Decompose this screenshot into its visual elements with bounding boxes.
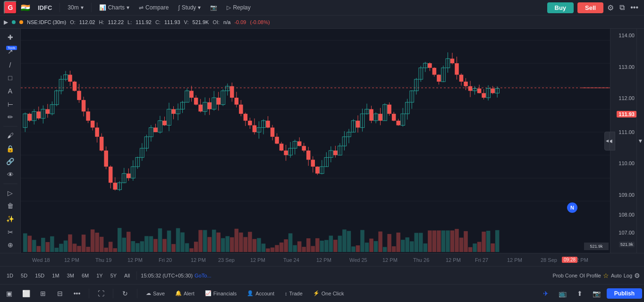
screenshot-tool[interactable]: ✂ xyxy=(3,226,18,238)
time-label-wed25: Wed 25 xyxy=(349,257,367,263)
prob-cone-button[interactable]: Prob Cone xyxy=(553,273,578,278)
timeframe-6m[interactable]: 6M xyxy=(79,272,92,279)
status-divider-3 xyxy=(137,289,137,298)
compare-button[interactable]: ⇌ Compare xyxy=(135,3,172,12)
price-level-114: 114.00 xyxy=(619,33,635,38)
status-divider-1 xyxy=(89,289,89,298)
camera-icon-button[interactable]: 📷 xyxy=(590,287,604,300)
logo-button[interactable]: G xyxy=(4,1,17,14)
link-tool[interactable]: 🔗 xyxy=(3,156,18,168)
timeframe-15d[interactable]: 15D xyxy=(32,272,47,279)
pencil-tool[interactable]: / xyxy=(3,59,18,71)
tools-section: ↗ Tools xyxy=(3,45,18,58)
alert-button[interactable]: 🔔 Alert xyxy=(171,289,198,298)
high-label: H: xyxy=(99,19,104,25)
timeframe-5d[interactable]: 5D xyxy=(18,272,30,279)
study-icon: ∫ xyxy=(178,4,179,11)
timeframe-1y[interactable]: 1Y xyxy=(93,272,105,279)
settings-gear-icon[interactable]: ⚙ xyxy=(634,272,640,279)
bar-chart-icon: 📊 xyxy=(99,4,106,11)
timeframe-label: 30m xyxy=(68,4,78,11)
one-click-button[interactable]: ⚡ One Click xyxy=(309,289,348,298)
timeframe-dropdown[interactable]: 30m ▾ xyxy=(64,3,87,12)
log-button[interactable]: Log xyxy=(624,273,632,278)
chevron-down-icon-2: ▾ xyxy=(127,4,129,11)
trade-label: Trade xyxy=(289,291,302,296)
timeframe-1d[interactable]: 1D xyxy=(4,272,16,279)
topbar: G 🇮🇳 IDFC 30m ▾ 📊 Charts ▾ ⇌ Compare ∫ S… xyxy=(0,0,644,16)
layout-grid-button[interactable]: ⊟ xyxy=(53,287,67,300)
crosshair-tool[interactable]: ⊕ xyxy=(3,239,18,251)
square-tool[interactable]: □ xyxy=(3,72,18,84)
trade-icon: ↕ xyxy=(285,291,288,296)
price-level-110: 110.00 xyxy=(619,160,635,166)
time-label-12pm-4: 12 PM xyxy=(250,257,265,263)
left-toolbar: ✚ ↗ Tools / □ A ⊢ ✏ 🖌 🔒 🔗 👁 ▷ 🗑 ✨ ✂ ⊕ xyxy=(0,29,21,253)
buy-button[interactable]: Buy xyxy=(547,2,574,13)
trash-tool[interactable]: 🗑 xyxy=(3,200,18,212)
timeframe-3m[interactable]: 3M xyxy=(64,272,77,279)
oi-profile-button[interactable]: OI Profile xyxy=(579,273,601,278)
eye-tool[interactable]: 👁 xyxy=(3,168,18,181)
instagram-button[interactable]: 📷 xyxy=(206,3,221,12)
star-icon[interactable]: ☆ xyxy=(603,272,609,279)
volume-value: 521.9K xyxy=(193,19,209,25)
brush-tool[interactable]: 🖌 xyxy=(3,129,18,142)
layout-single-button[interactable]: ▣ xyxy=(2,287,16,300)
replay-button[interactable]: ▷ Replay xyxy=(223,3,254,12)
layout-vsplit-button[interactable]: ⊞ xyxy=(36,287,50,300)
publish-button[interactable]: Publish xyxy=(607,288,642,299)
time-label-fri27: Fri 27 xyxy=(475,257,488,263)
expand-button[interactable]: ▶ xyxy=(4,19,8,25)
time-label-12pm-1: 12 PM xyxy=(64,257,79,263)
save-button[interactable]: ☁ Save xyxy=(142,289,169,298)
close-label: C: xyxy=(155,19,161,25)
timeframe-5y[interactable]: 5Y xyxy=(108,272,119,279)
more-layouts-button[interactable]: ••• xyxy=(70,287,84,300)
trade-button[interactable]: ↕ Trade xyxy=(281,289,306,298)
magic-tool[interactable]: ✨ xyxy=(3,213,18,225)
lock-tool[interactable]: 🔒 xyxy=(3,143,18,155)
timeframe-1m[interactable]: 1M xyxy=(49,272,62,279)
chart-icon: 📈 xyxy=(205,290,212,296)
tv-icon-button[interactable]: 📺 xyxy=(556,287,570,300)
time-label-12pm-3: 12 PM xyxy=(191,257,206,263)
tools-badge: Tools xyxy=(6,46,17,50)
financials-button[interactable]: 📈 Financials xyxy=(201,289,241,298)
share-icon-button[interactable]: ⬆ xyxy=(573,287,587,300)
expand-right-icon[interactable]: ▶ xyxy=(638,139,643,143)
measure-tool[interactable]: ⊢ xyxy=(3,98,18,110)
charts-button[interactable]: 📊 Charts ▾ xyxy=(95,3,133,12)
time-label-12pm-5: 12 PM xyxy=(316,257,331,263)
price-level-108: 108.00 xyxy=(619,212,635,218)
study-button[interactable]: ∫ Study ▾ xyxy=(174,3,204,12)
telegram-icon-button[interactable]: ✈ xyxy=(539,287,553,300)
collapse-right-panel[interactable]: ◀ xyxy=(604,132,610,151)
template-tool[interactable]: ▷ xyxy=(3,187,18,199)
paint-tool[interactable]: ✏ xyxy=(3,111,18,124)
chart-canvas-area[interactable]: ◀ xyxy=(21,29,610,253)
cursor-tool[interactable]: ✚ xyxy=(3,31,18,44)
price-level-113: 113.00 xyxy=(619,64,635,70)
sync-button[interactable]: ↻ xyxy=(118,287,132,300)
symbol-full[interactable]: NSE:IDFC (30m) xyxy=(27,19,66,25)
time-label-12pm-7: 12 PM xyxy=(446,257,461,263)
high-value: 112.22 xyxy=(108,19,124,25)
time-label-thu26: Thu 26 xyxy=(413,257,429,263)
layout-hsplit-button[interactable]: ⬜ xyxy=(19,287,33,300)
symbol-name[interactable]: IDFC xyxy=(38,4,52,11)
middle-row: ✚ ↗ Tools / □ A ⊢ ✏ 🖌 🔒 🔗 👁 ▷ 🗑 ✨ ✂ ⊕ xyxy=(0,29,644,253)
more-button[interactable]: ••• xyxy=(628,1,640,14)
settings-button[interactable]: ⚙ xyxy=(605,1,616,14)
auto-button[interactable]: Auto xyxy=(611,273,622,278)
sell-button[interactable]: Sell xyxy=(577,2,603,13)
fullscreen-button[interactable]: ⛶ xyxy=(94,287,108,300)
volume-label: V: xyxy=(184,19,189,25)
goto-button[interactable]: GoTo... xyxy=(195,273,211,278)
account-button[interactable]: 👤 Account xyxy=(243,289,278,298)
toolbar-divider xyxy=(3,126,17,126)
timeframe-all[interactable]: All xyxy=(121,272,133,279)
bottom-toolbar: 1D 5D 15D 1M 3M 6M 1Y 5Y All 15:05:32 (U… xyxy=(0,266,644,284)
text-tool[interactable]: A xyxy=(3,85,18,97)
layers-button[interactable]: ⧉ xyxy=(618,1,627,14)
